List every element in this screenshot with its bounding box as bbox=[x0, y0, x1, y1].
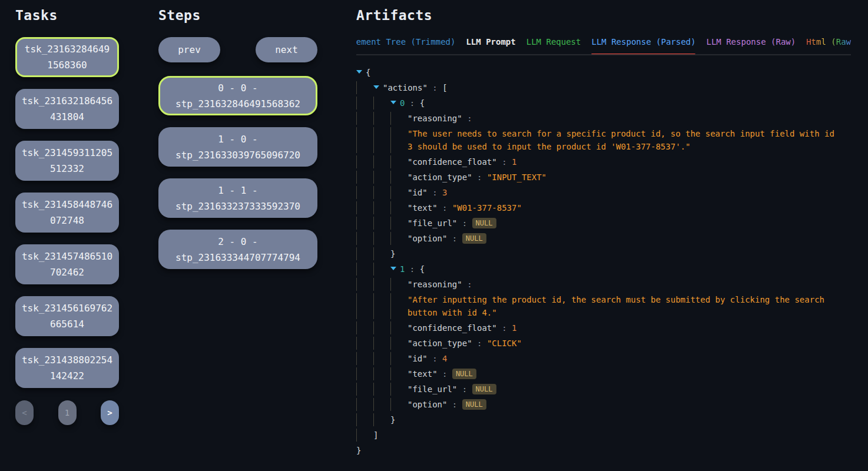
json-key: "actions" bbox=[383, 83, 428, 92]
indent-guide bbox=[390, 217, 408, 230]
task-button[interactable]: tsk_231459311205512332 bbox=[15, 141, 119, 181]
indent-guide bbox=[373, 413, 390, 426]
indent-guide bbox=[356, 278, 373, 291]
collapse-arrow-icon[interactable] bbox=[390, 263, 400, 270]
json-row-content: } bbox=[356, 444, 361, 457]
json-string-value: "INPUT_TEXT" bbox=[487, 173, 546, 182]
task-list: tsk_231632846491568360tsk_23163218645643… bbox=[15, 37, 119, 388]
indent-guide bbox=[390, 383, 408, 396]
json-row: "id" : 4 bbox=[356, 351, 851, 366]
json-row-content: "option" : NULL bbox=[408, 398, 486, 411]
json-row-content: "confidence_float" : 1 bbox=[408, 155, 516, 168]
task-button[interactable]: tsk_231457486510702462 bbox=[15, 244, 119, 284]
json-row-content: "action_type" : "CLICK" bbox=[408, 337, 522, 350]
step-button[interactable]: 0 - 0 - stp_231632846491568362 bbox=[158, 76, 317, 115]
indent-guide bbox=[373, 127, 390, 153]
indent-guide bbox=[390, 112, 408, 125]
artifacts-title: Artifacts bbox=[356, 8, 851, 23]
prev-step-button[interactable]: prev bbox=[158, 37, 220, 62]
json-key: "option" bbox=[408, 400, 447, 409]
json-row: "file_url" : NULL bbox=[356, 215, 851, 231]
json-null-badge: NULL bbox=[452, 369, 476, 379]
indent-guide bbox=[356, 352, 373, 365]
prev-page-button: < bbox=[15, 400, 34, 425]
json-key: "action_type" bbox=[408, 339, 472, 348]
indent-guide bbox=[373, 278, 390, 291]
json-row-content: "text" : NULL bbox=[408, 367, 476, 380]
json-row: "text" : NULL bbox=[356, 366, 851, 382]
indent-guide bbox=[356, 217, 373, 230]
json-row: "After inputting the product id, the sea… bbox=[356, 292, 851, 320]
indent-guide bbox=[373, 155, 390, 168]
task-button[interactable]: tsk_231632186456431804 bbox=[15, 89, 119, 129]
json-row-content: "text" : "W01-377-8537" bbox=[408, 201, 522, 214]
indent-guide bbox=[373, 337, 390, 350]
task-button[interactable]: tsk_231632846491568360 bbox=[15, 37, 119, 77]
json-colon: : bbox=[462, 114, 472, 123]
tab-html-raw[interactable]: Html (Raw) bbox=[806, 37, 851, 54]
next-page-button[interactable]: > bbox=[101, 400, 119, 425]
step-button[interactable]: 1 - 0 - stp_231633039765096720 bbox=[158, 127, 317, 167]
json-row: "confidence_float" : 1 bbox=[356, 320, 851, 336]
next-step-button[interactable]: next bbox=[256, 37, 317, 62]
json-string-value: "After inputting the product id, the sea… bbox=[408, 295, 829, 317]
json-row: 0 : { bbox=[356, 95, 851, 111]
json-row-content: "id" : 4 bbox=[408, 352, 447, 365]
indent-guide bbox=[390, 171, 408, 184]
indent-guide bbox=[356, 429, 373, 442]
indent-guide bbox=[356, 398, 373, 411]
task-button[interactable]: tsk_231456169762665614 bbox=[15, 296, 119, 336]
json-row-content: "confidence_float" : 1 bbox=[408, 321, 516, 334]
step-button[interactable]: 1 - 1 - stp_231633237333592370 bbox=[158, 178, 317, 218]
task-button[interactable]: tsk_231458448746072748 bbox=[15, 193, 119, 233]
indent-guide bbox=[356, 171, 373, 184]
json-null-badge: NULL bbox=[462, 399, 486, 410]
task-button[interactable]: tsk_231438802254142422 bbox=[15, 348, 119, 388]
indent-guide bbox=[356, 97, 373, 110]
tab-element-tree-trimmed[interactable]: Element Tree (Trimmed) bbox=[356, 37, 455, 54]
tab-llm-request[interactable]: LLM Request bbox=[526, 37, 581, 54]
tab-llm-response-raw[interactable]: LLM Response (Raw) bbox=[706, 37, 796, 54]
json-null-badge: NULL bbox=[472, 218, 496, 228]
artifact-tabs: Element Tree (Trimmed)LLM PromptLLM Requ… bbox=[356, 37, 851, 55]
json-number-value: 4 bbox=[442, 354, 447, 363]
json-key: "id" bbox=[408, 354, 428, 363]
json-row: "file_url" : NULL bbox=[356, 382, 851, 397]
json-row-content: "action_type" : "INPUT_TEXT" bbox=[408, 171, 546, 184]
json-row-content: "file_url" : NULL bbox=[408, 383, 496, 396]
indent-guide bbox=[373, 293, 390, 319]
json-row-content: "The user needs to search for a specific… bbox=[408, 127, 842, 153]
json-row-content: "file_url" : NULL bbox=[408, 217, 496, 230]
indent-guide bbox=[373, 383, 390, 396]
indent-guide bbox=[356, 367, 373, 380]
json-colon: : bbox=[457, 218, 472, 228]
json-row: "reasoning" : bbox=[356, 277, 851, 292]
step-button[interactable]: 2 - 0 - stp_231633344707774794 bbox=[158, 230, 317, 269]
json-tree: {"actions" : [0 : {"reasoning" :"The use… bbox=[356, 65, 851, 458]
collapse-arrow-icon[interactable] bbox=[373, 81, 383, 89]
indent-guide bbox=[356, 112, 373, 125]
collapse-arrow-icon[interactable] bbox=[356, 66, 366, 74]
json-brace: } bbox=[356, 446, 361, 455]
json-row-content: ] bbox=[373, 429, 378, 442]
json-row: "option" : NULL bbox=[356, 231, 851, 246]
json-colon: : bbox=[457, 384, 472, 394]
json-row: ] bbox=[356, 427, 851, 443]
json-row: } bbox=[356, 246, 851, 261]
json-brace: } bbox=[390, 415, 395, 424]
tab-llm-prompt[interactable]: LLM Prompt bbox=[466, 37, 515, 54]
indent-guide bbox=[373, 232, 390, 245]
json-row: "actions" : [ bbox=[356, 80, 851, 95]
tab-llm-response-parsed[interactable]: LLM Response (Parsed) bbox=[591, 37, 695, 54]
json-row: "action_type" : "CLICK" bbox=[356, 336, 851, 351]
json-key: "confidence_float" bbox=[408, 323, 497, 333]
collapse-arrow-icon[interactable] bbox=[390, 97, 400, 104]
indent-guide bbox=[373, 186, 390, 199]
json-row-content: "After inputting the product id, the sea… bbox=[408, 293, 842, 319]
page-1-button[interactable]: 1 bbox=[58, 400, 77, 425]
artifacts-panel: Artifacts Element Tree (Trimmed)LLM Prom… bbox=[356, 8, 851, 458]
indent-guide bbox=[390, 398, 408, 411]
json-number-value: 1 bbox=[512, 323, 516, 333]
json-key: "action_type" bbox=[408, 173, 472, 182]
indent-guide bbox=[356, 337, 373, 350]
